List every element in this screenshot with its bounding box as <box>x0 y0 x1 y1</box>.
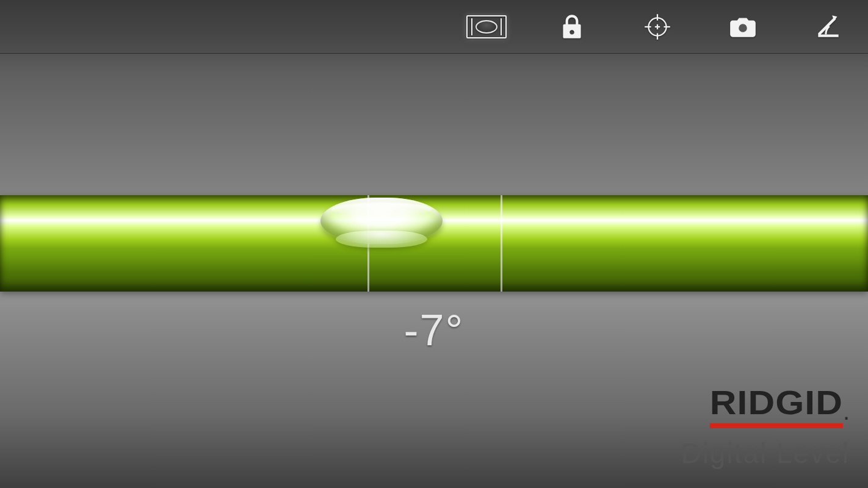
brand-dot: . <box>843 398 850 425</box>
calibrate-button[interactable] <box>636 9 679 45</box>
product-name: Digital Level <box>681 437 850 470</box>
brand-name: RIDGID <box>710 386 843 428</box>
mode-level-button[interactable] <box>465 9 508 45</box>
camera-icon <box>728 12 758 42</box>
brand-logo: RIDGID. Digital Level <box>681 386 850 470</box>
level-mark-right <box>501 195 502 292</box>
lock-button[interactable] <box>551 9 593 45</box>
angle-reference-button[interactable] <box>807 9 850 45</box>
toolbar <box>0 0 868 54</box>
camera-button[interactable] <box>722 9 764 45</box>
calibrate-target-icon <box>642 12 673 42</box>
horizontal-level-mode-icon <box>466 15 507 38</box>
level-bubble-reflection <box>336 231 427 248</box>
angle-readout: -7° <box>0 305 868 355</box>
angle-reference-icon <box>813 12 844 42</box>
level-tube <box>0 195 868 292</box>
lock-icon <box>557 12 587 42</box>
